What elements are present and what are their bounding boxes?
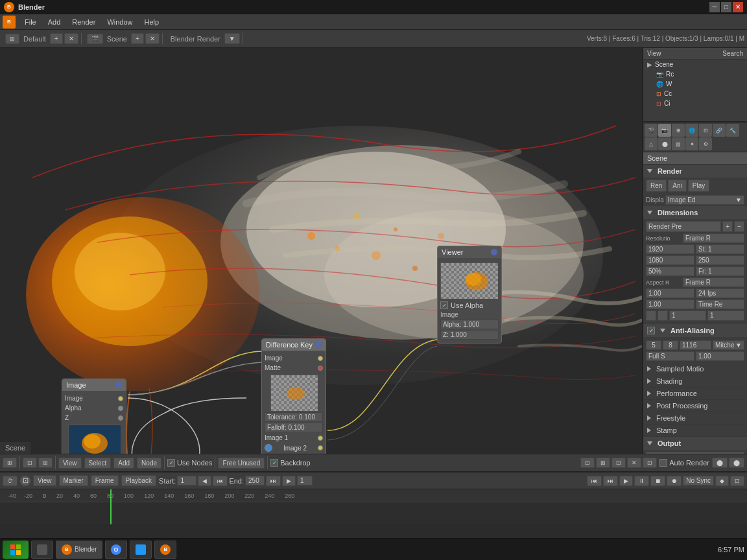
timere-btn2[interactable] [658, 310, 668, 321]
prop-layers-icon[interactable]: ⊞ [672, 124, 685, 137]
shading-section-header[interactable]: Shading [643, 375, 747, 388]
node-button[interactable]: Node [137, 458, 161, 469]
dimensions-section-header[interactable]: Dimensions [643, 206, 747, 219]
output-path-field[interactable]: /tmp\ [646, 452, 744, 454]
image-node[interactable]: Image Image Alpha Z [62, 379, 126, 454]
viewer-z-field[interactable]: Z: 1.000 [440, 330, 499, 340]
res-y-field[interactable]: 1080 [646, 255, 694, 265]
render-presets-del[interactable]: − [734, 221, 744, 232]
aa-val1[interactable]: 5 [646, 340, 661, 350]
close-button[interactable]: ✕ [733, 2, 743, 12]
render-ctrl-btn1[interactable]: ⬤ [712, 458, 728, 468]
jump-end-btn[interactable]: ⏭ [266, 476, 281, 486]
freestyle-section-header[interactable]: Freestyle [643, 412, 747, 425]
render-section-header[interactable]: Render [643, 165, 747, 178]
aa-filter-dropdown[interactable]: Mitche▼ [713, 340, 744, 350]
viewer-alpha-field[interactable]: Alpha: 1.000 [440, 320, 499, 329]
scene-add-btn[interactable]: + [131, 33, 144, 44]
outliner-search-btn[interactable]: Search [722, 50, 743, 57]
kf-btn2[interactable]: ⊡ [730, 476, 744, 486]
diff-output1-socket[interactable] [318, 436, 323, 441]
play-btn[interactable]: ▶ [282, 476, 296, 486]
scene-close-btn[interactable]: ✕ [145, 33, 160, 44]
res-x-field[interactable]: 1920 [646, 244, 694, 254]
menu-add[interactable]: Add [43, 17, 66, 27]
frame-start-field[interactable]: St: 1 [696, 244, 744, 254]
prop-data-icon[interactable]: △ [645, 137, 658, 150]
sampled-section-header[interactable]: Sampled Motio [643, 363, 747, 375]
prop-particles-icon[interactable]: ✦ [685, 137, 698, 150]
menu-file[interactable]: File [19, 17, 42, 27]
viewport[interactable]: Viewer [0, 48, 642, 454]
timere-val1[interactable]: 1 [669, 310, 706, 321]
view-button[interactable]: View [58, 458, 82, 469]
aa-fullsample-btn[interactable]: Full S [646, 351, 694, 361]
prop-object-icon[interactable]: ⊡ [699, 124, 712, 137]
pb-btn6[interactable]: ⏺ [667, 476, 682, 486]
diff-image-socket[interactable] [318, 356, 323, 361]
performance-section-header[interactable]: Performance [643, 388, 747, 400]
timere-val2[interactable]: 1 [707, 310, 744, 321]
diff-key-node[interactable]: Difference Key Image Matte [261, 338, 326, 454]
scene-type-btn[interactable]: 🎬 [87, 34, 103, 44]
backdrop-btn5[interactable]: ⊡ [643, 458, 657, 468]
frame-prev-btn[interactable]: ◀ [198, 476, 211, 486]
use-nodes-cb[interactable] [167, 459, 175, 467]
prop-texture-icon[interactable]: ▨ [672, 137, 685, 150]
timeline-marker-btn[interactable]: Marker [59, 475, 88, 486]
timeline-body[interactable]: -40 -20 0 20 40 60 80 100 120 140 160 18… [0, 489, 747, 524]
backdrop-btn1[interactable]: ⊡ [580, 458, 595, 468]
prop-render-icon[interactable]: 📷 [658, 124, 671, 137]
timeline-type-btn[interactable]: ⏱ [3, 476, 18, 486]
pb-btn1[interactable]: ⏮ [587, 476, 602, 486]
alpha-output-socket[interactable] [118, 406, 123, 411]
taskbar-item-3[interactable] [130, 541, 152, 559]
aa-sample-val[interactable]: 1.00 [696, 351, 744, 361]
auto-render-cb[interactable] [659, 459, 667, 467]
minimize-button[interactable]: ─ [709, 2, 720, 12]
timeline-frame-btn[interactable]: Frame [91, 475, 119, 486]
pb-btn5[interactable]: ⏹ [650, 476, 665, 486]
prop-material-icon[interactable]: ⬤ [658, 137, 671, 150]
start-frame-field[interactable]: 1 [177, 476, 196, 485]
tolerance-field[interactable]: Tolerance: 0.100 [265, 412, 323, 422]
pb-btn2[interactable]: ⏭ [603, 476, 618, 486]
render-button[interactable]: Ren [646, 180, 667, 192]
animate-button[interactable]: Ani [668, 180, 686, 192]
diff-key-dot[interactable] [315, 342, 322, 348]
use-alpha-row[interactable]: Use Alpha [440, 300, 499, 310]
image-node-dot[interactable] [115, 382, 122, 388]
menu-render[interactable]: Render [67, 17, 101, 27]
maximize-button[interactable]: □ [721, 2, 731, 12]
fps-field[interactable]: 24 fps [696, 288, 744, 298]
output-section-header[interactable]: Output [643, 437, 747, 450]
timere-btn1[interactable] [646, 310, 656, 321]
timeline-playback-btn[interactable]: Playback [121, 475, 157, 486]
editor-type-button[interactable]: ⊞ [5, 34, 19, 44]
display-mode-dropdown[interactable]: Image Ed ▼ [665, 195, 744, 205]
use-alpha-checkbox[interactable] [440, 301, 448, 309]
outliner-item-w[interactable]: 🌐 W [643, 79, 747, 89]
layout-close-button[interactable]: ✕ [64, 33, 78, 44]
kf-btn1[interactable]: ◆ [715, 476, 729, 486]
render-ctrl-btn2[interactable]: ⬤ [729, 458, 744, 468]
node-zoom-btn[interactable]: ⊡ [23, 458, 37, 468]
aa-section-header[interactable]: Anti-Aliasing [643, 324, 747, 337]
select-button[interactable]: Select [84, 458, 112, 469]
aspect-y-field[interactable]: 1.00 [646, 299, 694, 309]
blender-menu-icon[interactable]: B [3, 16, 16, 29]
play-button[interactable]: Play [688, 180, 709, 192]
taskbar-item-blender[interactable]: B Blender [56, 541, 102, 559]
render-presets-dropdown[interactable]: Render Pre [646, 221, 721, 232]
sync-dropdown[interactable]: No Sync [683, 476, 714, 485]
backdrop-btn4[interactable]: ✕ [627, 458, 641, 468]
node-grid-btn[interactable]: ⊞ [38, 458, 53, 468]
menu-window[interactable]: Window [102, 17, 137, 27]
prop-world-icon[interactable]: 🌐 [685, 124, 698, 137]
diff-output2-socket-left[interactable] [265, 444, 272, 452]
prop-scene-icon[interactable]: 🎬 [645, 124, 658, 137]
prop-physics-icon[interactable]: ⚙ [699, 137, 712, 150]
add-button[interactable]: Add [113, 458, 134, 469]
image-output-socket[interactable] [118, 396, 123, 401]
timeline-icon1[interactable]: ⊡ [20, 476, 30, 486]
